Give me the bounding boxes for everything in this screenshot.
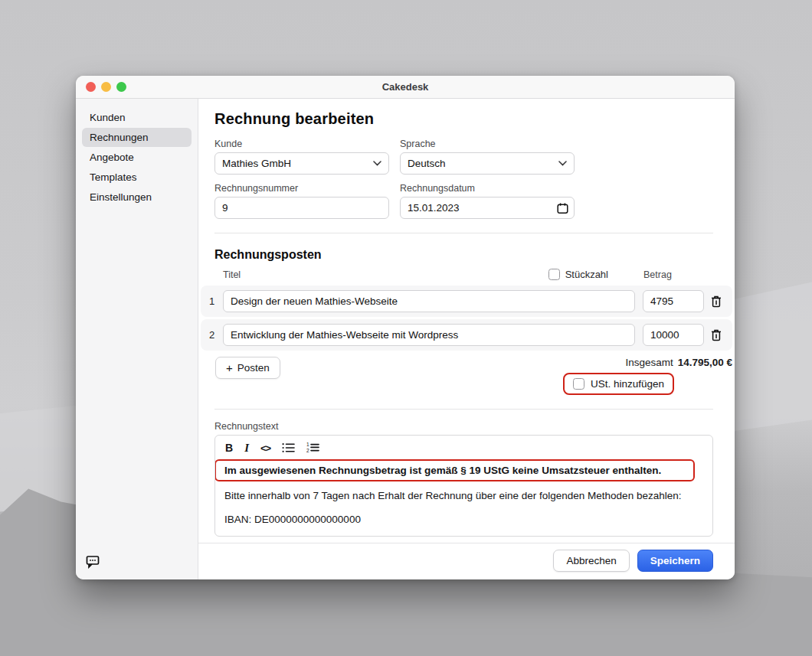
rechnungsdatum-input[interactable] — [400, 197, 575, 219]
rechnungstext-label: Rechnungstext — [214, 421, 713, 432]
bold-icon[interactable]: B — [225, 441, 233, 455]
kunde-select-value: Mathies GmbH — [222, 158, 291, 169]
add-posten-label: Posten — [237, 362, 270, 374]
chevron-down-icon — [558, 161, 567, 166]
stueckzahl-checkbox[interactable] — [548, 269, 560, 280]
editor-toolbar: B I <> — [215, 436, 712, 459]
posten-1-delete-button[interactable] — [706, 292, 726, 311]
field-kunde: Kunde Mathies GmbH — [214, 139, 389, 175]
page-title: Rechnung bearbeiten — [214, 110, 713, 128]
chevron-down-icon — [373, 161, 381, 166]
invoice-text-line-1[interactable]: Im ausgewiesenen Rechnungsbetrag ist gem… — [214, 459, 695, 481]
save-button[interactable]: Speichern — [637, 550, 713, 572]
vat-annotation-box: USt. hinzufügen — [563, 373, 674, 395]
rechnungsnummer-label: Rechnungsnummer — [214, 183, 389, 194]
column-titel: Titel — [223, 269, 548, 280]
total-value: 14.795,00 € — [678, 357, 732, 368]
svg-text:2: 2 — [306, 448, 309, 453]
posten-2-titel-input[interactable] — [223, 324, 635, 346]
calendar-icon[interactable] — [557, 202, 568, 214]
cancel-button[interactable]: Abbrechen — [553, 550, 629, 572]
sprache-label: Sprache — [400, 139, 575, 149]
sidebar-item-einstellungen[interactable]: Einstellungen — [82, 188, 192, 207]
invoice-form: Kunde Mathies GmbH Sprache Deu — [214, 139, 713, 219]
posten-1-titel-input[interactable] — [223, 290, 635, 312]
sprache-select[interactable]: Deutsch — [400, 152, 575, 175]
invoice-text-line-2[interactable]: Bitte innerhalb von 7 Tagen nach Erhalt … — [215, 490, 712, 501]
total-line: Insgesamt14.795,00 € — [625, 357, 732, 368]
add-posten-button[interactable]: + Posten — [215, 357, 280, 379]
italic-icon[interactable]: I — [244, 441, 249, 455]
code-icon[interactable]: <> — [260, 441, 270, 455]
sidebar-item-angebote[interactable]: Angebote — [82, 148, 192, 167]
rechnungsdatum-label: Rechnungsdatum — [400, 183, 575, 194]
numbered-list-icon[interactable]: 1 2 — [306, 441, 319, 455]
stueckzahl-label: Stückzahl — [565, 269, 608, 280]
desktop-wallpaper: Cakedesk Kunden Rechnungen Angebote Temp… — [0, 0, 812, 656]
posten-2-betrag-input[interactable] — [643, 324, 704, 346]
sidebar-item-templates[interactable]: Templates — [82, 168, 192, 187]
app-window: Cakedesk Kunden Rechnungen Angebote Temp… — [76, 76, 735, 579]
sidebar-item-kunden[interactable]: Kunden — [82, 108, 192, 127]
field-rechnungsdatum: Rechnungsdatum — [400, 183, 575, 219]
row-index: 1 — [201, 295, 223, 307]
sprache-select-value: Deutsch — [408, 158, 446, 169]
posten-row-1: 1 — [201, 286, 732, 317]
bullet-list-icon[interactable] — [282, 441, 295, 455]
posten-row-2: 2 — [201, 319, 732, 351]
speech-bubble-icon — [86, 555, 100, 569]
titlebar: Cakedesk — [76, 76, 735, 99]
rechnungstext-editor[interactable]: B I <> — [214, 435, 713, 537]
posten-table: Titel Stückzahl Betrag 1 — [201, 269, 732, 395]
window-title: Cakedesk — [76, 81, 735, 93]
sidebar: Kunden Rechnungen Angebote Templates Ein… — [76, 99, 198, 579]
svg-text:1: 1 — [306, 442, 309, 447]
sidebar-item-rechnungen[interactable]: Rechnungen — [82, 128, 192, 147]
row-index: 2 — [201, 329, 223, 341]
trash-icon — [711, 329, 722, 341]
trash-icon — [711, 295, 722, 308]
field-sprache: Sprache Deutsch — [400, 139, 575, 175]
posten-header-row: Titel Stückzahl Betrag — [201, 269, 732, 286]
vat-checkbox-label: USt. hinzufügen — [591, 378, 664, 390]
vat-checkbox[interactable] — [573, 378, 584, 390]
total-label: Insgesamt — [625, 357, 673, 368]
posten-1-betrag-input[interactable] — [643, 290, 704, 312]
rechnungsnummer-input[interactable] — [214, 197, 389, 219]
kunde-select[interactable]: Mathies GmbH — [214, 152, 389, 175]
plus-icon: + — [226, 362, 233, 374]
section-divider — [214, 233, 713, 233]
invoice-text-line-3[interactable]: IBAN: DE0000000000000000 — [215, 514, 712, 536]
dialog-footer: Abbrechen Speichern — [198, 543, 735, 579]
posten-2-delete-button[interactable] — [706, 326, 726, 344]
feedback-chat-button[interactable] — [86, 554, 101, 570]
field-rechnungsnummer: Rechnungsnummer — [214, 183, 389, 219]
section-divider — [214, 409, 713, 410]
column-betrag: Betrag — [643, 269, 726, 280]
kunde-label: Kunde — [214, 139, 389, 149]
posten-heading: Rechnungsposten — [214, 248, 713, 262]
